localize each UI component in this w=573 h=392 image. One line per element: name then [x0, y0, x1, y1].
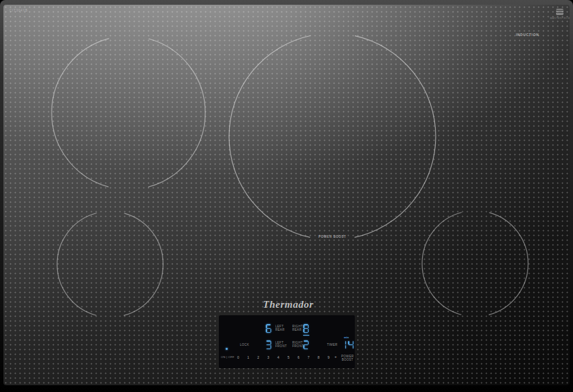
right-rear-boost-indicator [303, 335, 309, 336]
induction-label: INDUCTION [511, 33, 544, 37]
right-rear-level-display [303, 324, 309, 333]
seven-segment-digit [266, 324, 271, 333]
lock-key[interactable]: LOCK [240, 343, 249, 346]
zone-ring-left-front [57, 211, 163, 317]
number-key[interactable]: 8 [313, 355, 324, 359]
power-boost-surface-label: POWER BOOST [305, 235, 360, 238]
right-front-level-display [303, 340, 309, 349]
number-key[interactable]: 4 [273, 355, 283, 359]
number-key[interactable]: 9 [324, 355, 334, 359]
power-indicator-dot [226, 348, 228, 350]
model-code: CIT304YB [10, 9, 28, 12]
plus-key[interactable]: + [334, 355, 337, 359]
left-front-level-display [266, 340, 271, 349]
number-key[interactable]: 1 [243, 355, 254, 359]
zone-ring-right-front [422, 211, 528, 317]
left-rear-label: LEFT REAR [275, 325, 285, 332]
seven-segment-digit [303, 340, 309, 349]
number-key[interactable]: 7 [304, 355, 314, 359]
right-front-label: RIGHT FRONT [292, 341, 304, 348]
series-badge-label: MASTERPIECE [548, 17, 572, 20]
zone-ring-right-rear [229, 33, 436, 240]
number-key[interactable]: 5 [283, 355, 294, 359]
timer-unit-label: min [344, 336, 349, 339]
right-rear-label: RIGHT REAR [292, 325, 303, 332]
brand-logo: Thermador [247, 299, 329, 310]
power-boost-key[interactable]: POWER BOOST [341, 355, 354, 361]
left-rear-level-display [266, 324, 271, 333]
seven-segment-digit [341, 340, 346, 349]
seven-segment-digit [348, 340, 353, 349]
number-key[interactable]: 2 [254, 355, 264, 359]
seven-segment-digit [266, 340, 271, 349]
number-key[interactable]: 3 [263, 355, 273, 359]
on-off-key[interactable]: ON | OFF [221, 356, 235, 359]
number-key[interactable]: 6 [294, 355, 304, 359]
zone-ring-left-rear [52, 36, 205, 190]
seven-segment-digit [303, 324, 309, 333]
number-key[interactable]: 0 [233, 355, 243, 359]
control-panel: LEFT REAR RIGHT REAR LOCK LEFT FRONT RIG… [219, 315, 355, 368]
cooktop: CIT304YB MASTERPIECE INDUCTION POWER BOO… [0, 0, 573, 392]
left-front-label: LEFT FRONT [275, 341, 287, 348]
number-key-row: 0123456789 [233, 355, 335, 359]
timer-key[interactable]: TIMER [327, 343, 338, 346]
series-badge-icon[interactable] [556, 9, 563, 15]
timer-display [341, 340, 353, 349]
